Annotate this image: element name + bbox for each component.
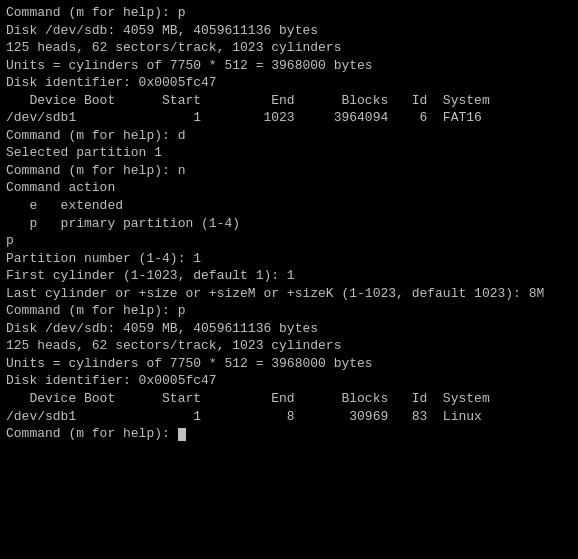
terminal-line: 125 heads, 62 sectors/track, 1023 cylind…	[6, 39, 572, 57]
terminal-line: Units = cylinders of 7750 * 512 = 396800…	[6, 355, 572, 373]
terminal-line: First cylinder (1-1023, default 1): 1	[6, 267, 572, 285]
terminal-line: Disk /dev/sdb: 4059 MB, 4059611136 bytes	[6, 22, 572, 40]
terminal-window: Command (m for help): pDisk /dev/sdb: 40…	[6, 4, 572, 443]
terminal-line: Partition number (1-4): 1	[6, 250, 572, 268]
terminal-output: Command (m for help): pDisk /dev/sdb: 40…	[6, 4, 572, 443]
terminal-line: e extended	[6, 197, 572, 215]
terminal-line: /dev/sdb1 1 1023 3964094 6 FAT16	[6, 109, 572, 127]
terminal-cursor	[178, 428, 186, 441]
terminal-line: Command (m for help): p	[6, 302, 572, 320]
terminal-line: Command (m for help):	[6, 425, 572, 443]
terminal-line: Command (m for help): p	[6, 4, 572, 22]
terminal-line: Disk identifier: 0x0005fc47	[6, 74, 572, 92]
terminal-line: p primary partition (1-4)	[6, 215, 572, 233]
terminal-line: Disk /dev/sdb: 4059 MB, 4059611136 bytes	[6, 320, 572, 338]
terminal-line: Units = cylinders of 7750 * 512 = 396800…	[6, 57, 572, 75]
terminal-line: Command (m for help): n	[6, 162, 572, 180]
terminal-line: Disk identifier: 0x0005fc47	[6, 372, 572, 390]
terminal-line: 125 heads, 62 sectors/track, 1023 cylind…	[6, 337, 572, 355]
terminal-line: Device Boot Start End Blocks Id System	[6, 390, 572, 408]
terminal-line: /dev/sdb1 1 8 30969 83 Linux	[6, 408, 572, 426]
terminal-line: Command action	[6, 179, 572, 197]
terminal-line: Command (m for help): d	[6, 127, 572, 145]
terminal-line: Last cylinder or +size or +sizeM or +siz…	[6, 285, 572, 303]
terminal-line: Device Boot Start End Blocks Id System	[6, 92, 572, 110]
terminal-line: Selected partition 1	[6, 144, 572, 162]
terminal-line: p	[6, 232, 572, 250]
